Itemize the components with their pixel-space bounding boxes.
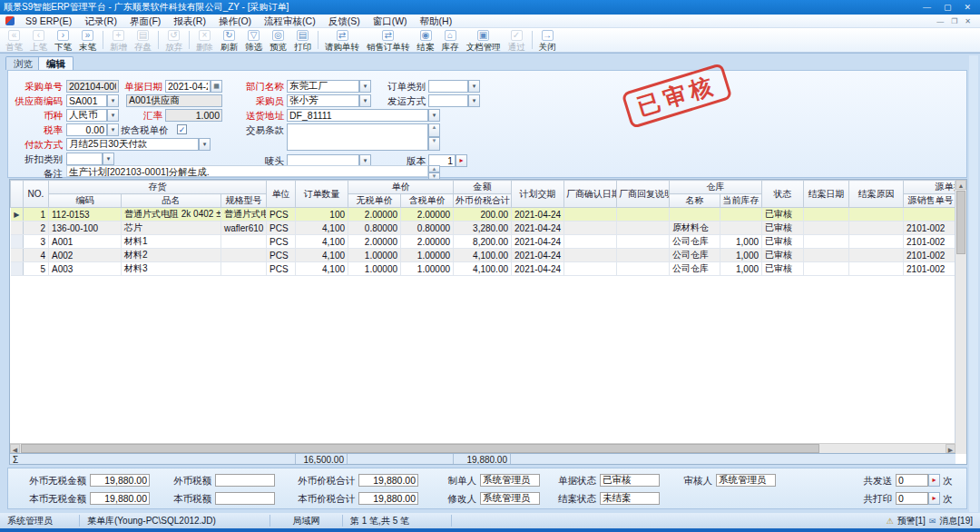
cell-close_date[interactable] — [804, 208, 849, 222]
cell-qty[interactable]: 100 — [296, 208, 348, 222]
discount-type-dropdown-icon[interactable]: ▾ — [103, 153, 114, 165]
cell-qty[interactable]: 4,100 — [296, 235, 348, 249]
cell-name[interactable]: 材料2 — [122, 249, 221, 262]
menu-item-1[interactable]: 记录(R) — [78, 15, 123, 28]
toolbar-inventory-button[interactable]: ⌂库存 — [438, 28, 463, 52]
cell-close_date[interactable] — [804, 262, 849, 276]
cell-code[interactable]: 136-00-100 — [49, 222, 122, 235]
table-row[interactable]: 5A003材料3PCS4,1001.000001.000004,100.0020… — [11, 262, 956, 276]
maximize-icon[interactable]: ▢ — [944, 1, 952, 14]
cell-price_untaxed[interactable]: 1.00000 — [348, 249, 401, 262]
cell-source_sales_no[interactable]: 2101-002 — [904, 262, 956, 276]
cell-price_untaxed[interactable]: 2.00000 — [348, 208, 401, 222]
cell-amount_fc[interactable]: 200.00 — [454, 208, 512, 222]
menu-item-4[interactable]: 操作(O) — [212, 15, 258, 28]
col-header-name[interactable]: 品名 — [122, 194, 221, 208]
cell-sel[interactable] — [11, 222, 24, 235]
cell-due_date[interactable]: 2021-04-24 — [512, 249, 564, 262]
cell-name[interactable]: 普通片式电阻 2k 0402 ±5% 1/16W — [122, 208, 221, 222]
cell-vendor_confirm_date[interactable] — [564, 262, 617, 276]
currency-field[interactable] — [66, 109, 107, 122]
cell-source_sales_no[interactable] — [904, 208, 956, 222]
trade-terms-scroll[interactable]: ▲▼ — [428, 123, 440, 151]
horizontal-scrollbar[interactable]: ◀ ▶ — [10, 443, 956, 453]
cell-vendor_confirm_date[interactable] — [564, 222, 617, 235]
tax-included-checkbox[interactable]: ✓ — [177, 124, 187, 134]
cell-wh_stock[interactable]: 1,000 — [720, 249, 762, 262]
payment-dropdown-icon[interactable]: ▾ — [199, 138, 211, 151]
cell-wh_stock[interactable] — [720, 208, 762, 222]
cell-qty[interactable]: 4,100 — [296, 262, 348, 276]
col-header-wh_name[interactable]: 名称 — [670, 194, 720, 208]
department-field[interactable] — [287, 80, 359, 93]
scroll-right-icon[interactable]: ▶ — [946, 444, 956, 453]
cell-code[interactable]: 112-0153 — [49, 208, 122, 222]
remark-field[interactable]: 生产计划[202103-0001]分解生成. — [66, 165, 428, 177]
ship-method-dropdown-icon[interactable]: ▾ — [468, 94, 480, 107]
col-header-amount_fc[interactable]: 外币价税合计 — [454, 194, 512, 208]
cell-no[interactable]: 1 — [24, 208, 49, 222]
cell-price_taxed[interactable]: 0.80000 — [401, 222, 454, 235]
toolbar-next-record-button[interactable]: ›下笔 — [51, 28, 75, 52]
printed-spinner-icon[interactable]: ▸ — [928, 492, 940, 505]
cell-close_reason[interactable] — [849, 262, 904, 276]
mdi-close-icon[interactable]: ✕ — [965, 17, 971, 25]
toolbar-refresh-button[interactable]: ↻刷新 — [217, 28, 241, 52]
cell-no[interactable]: 4 — [24, 249, 49, 262]
col-header-due_date[interactable]: 计划交期 — [512, 181, 564, 208]
cell-vendor_reply[interactable] — [617, 262, 670, 276]
col-header-price_untaxed[interactable]: 无税单价 — [348, 194, 401, 208]
cell-close_reason[interactable] — [849, 222, 904, 235]
cell-qty[interactable]: 4,100 — [296, 249, 348, 262]
discount-type-field[interactable] — [66, 153, 103, 165]
menu-item-5[interactable]: 流程审核(C) — [258, 15, 322, 28]
col-header-vendor_confirm_date[interactable]: 厂商确认日期 — [564, 181, 617, 208]
col-header-spec[interactable]: 规格型号 — [221, 194, 267, 208]
cell-name[interactable]: 芯片 — [122, 222, 221, 235]
cell-status[interactable]: 已审核 — [762, 222, 804, 235]
mdi-minimize-icon[interactable]: — — [936, 17, 944, 25]
cell-sel[interactable] — [11, 262, 24, 276]
cell-close_reason[interactable] — [849, 235, 904, 249]
cell-no[interactable]: 5 — [24, 262, 49, 276]
scroll-left-icon[interactable]: ◀ — [10, 444, 20, 453]
cell-status[interactable]: 已审核 — [762, 262, 804, 276]
cell-wh_stock[interactable]: 1,000 — [720, 262, 762, 276]
department-dropdown-icon[interactable]: ▾ — [359, 80, 371, 93]
cell-due_date[interactable]: 2021-04-24 — [512, 262, 564, 276]
table-row[interactable]: 4A002材料2PCS4,1001.000001.000004,100.0020… — [11, 249, 956, 262]
mdi-restore-icon[interactable]: ❐ — [951, 17, 957, 25]
cell-close_reason[interactable] — [849, 208, 904, 222]
tab-edit[interactable]: 编辑 — [38, 56, 74, 70]
toolbar-filter-button[interactable]: ▽筛选 — [241, 28, 266, 52]
cell-unit[interactable]: PCS — [267, 235, 296, 249]
cell-status[interactable]: 已审核 — [762, 235, 804, 249]
toolbar-transfer-requisition-button[interactable]: ⇄请购单转 — [321, 28, 363, 52]
toolbar-preview-button[interactable]: ◎预览 — [266, 28, 290, 52]
cell-wh_name[interactable]: 公司仓库 — [670, 249, 720, 262]
cell-unit[interactable]: PCS — [267, 222, 296, 235]
address-dropdown-icon[interactable]: ▾ — [428, 109, 440, 122]
statusbar-message[interactable]: 消息[19] — [939, 515, 973, 527]
cell-spec[interactable]: 普通片式电阻... — [221, 208, 267, 222]
ship-method-field[interactable] — [428, 94, 468, 107]
cell-vendor_confirm_date[interactable] — [564, 208, 617, 222]
doc-date-picker-icon[interactable]: ▦ — [211, 80, 222, 93]
cell-wh_name[interactable]: 公司仓库 — [670, 262, 720, 276]
scroll-up-icon[interactable]: ▲ — [956, 180, 966, 190]
cell-price_taxed[interactable]: 2.00000 — [401, 208, 454, 222]
cell-wh_name[interactable]: 公司仓库 — [670, 235, 720, 249]
tax-rate-field[interactable] — [66, 123, 107, 136]
col-header-no[interactable]: NO. — [24, 181, 49, 208]
cell-price_taxed[interactable]: 1.00000 — [401, 249, 454, 262]
cell-source_sales_no[interactable]: 2101-002 — [904, 222, 956, 235]
cell-unit[interactable]: PCS — [267, 262, 296, 276]
cell-no[interactable]: 2 — [24, 222, 49, 235]
cell-vendor_reply[interactable] — [617, 222, 670, 235]
cell-sel[interactable]: ▶ — [11, 208, 24, 222]
col-header-qty[interactable]: 订单数量 — [296, 181, 348, 208]
tax-rate-dropdown-icon[interactable]: ▾ — [107, 123, 119, 136]
col-header-status[interactable]: 状态 — [762, 181, 804, 208]
toolbar-print-button[interactable]: ▤打印 — [290, 28, 315, 52]
col-header-sel[interactable] — [11, 181, 24, 208]
